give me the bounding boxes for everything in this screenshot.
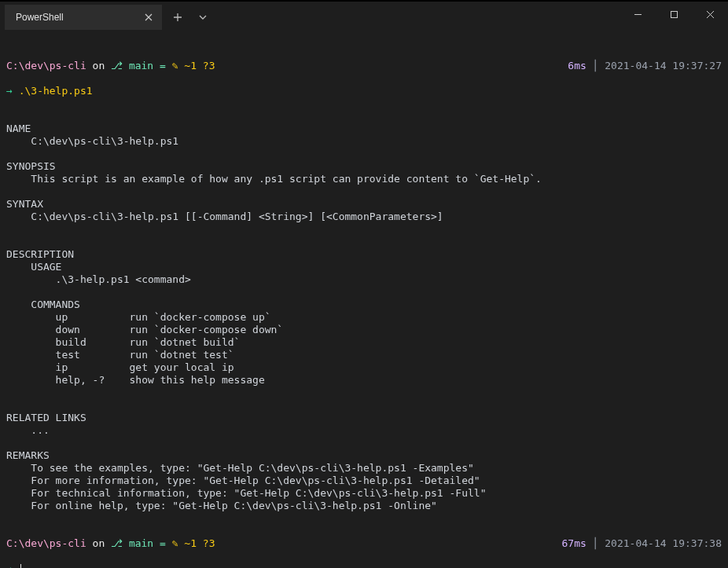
prompt-path: C:\dev\ps-cli — [6, 60, 86, 71]
pencil-icon: ✎ — [172, 60, 185, 71]
prompt-branch: main — [129, 537, 153, 549]
command-line-2: → — [6, 563, 722, 568]
terminal-output[interactable]: C:\dev\ps-cli on ⎇ main = ✎ ~1 ?36ms │ 2… — [0, 30, 728, 568]
prompt-on: on — [86, 537, 111, 549]
prompt-eq: = — [153, 60, 166, 71]
prompt-branch: main — [129, 60, 153, 71]
help-output: NAME C:\dev\ps-cli\3-help.ps1 SYNOPSIS T… — [6, 123, 542, 511]
tab-label: PowerShell — [16, 12, 142, 23]
prompt-timestamp: 2021-04-14 19:37:38 — [605, 537, 722, 549]
cursor — [20, 564, 21, 569]
tab-dropdown-button[interactable] — [192, 6, 214, 28]
prompt-line-1: C:\dev\ps-cli on ⎇ main = ✎ ~1 ?36ms │ 2… — [6, 60, 722, 72]
prompt-arrow: → — [6, 85, 13, 97]
prompt-elapsed: 67ms — [561, 537, 586, 549]
new-tab-button[interactable] — [167, 6, 189, 28]
prompt-line-2: C:\dev\ps-cli on ⎇ main = ✎ ~1 ?367ms │ … — [6, 537, 722, 550]
prompt-dirty: ~1 ?3 — [184, 537, 215, 549]
prompt-timestamp: 2021-04-14 19:37:27 — [605, 60, 722, 71]
tab-actions — [167, 5, 214, 30]
prompt-eq: = — [153, 537, 166, 549]
prompt-elapsed: 6ms — [568, 60, 586, 71]
prompt-dirty: ~1 ?3 — [184, 60, 215, 71]
prompt-path: C:\dev\ps-cli — [6, 537, 86, 549]
minimize-button[interactable] — [620, 2, 656, 27]
git-branch-icon: ⎇ — [111, 537, 129, 549]
title-bar: PowerShell — [0, 0, 728, 30]
svg-rect-0 — [671, 11, 677, 17]
pencil-icon: ✎ — [172, 537, 185, 549]
prompt-pipe: │ — [586, 60, 605, 71]
command-line-1: → .\3-help.ps1 — [6, 85, 722, 97]
prompt-on: on — [86, 60, 111, 71]
close-window-button[interactable] — [692, 2, 728, 27]
prompt-arrow: → — [6, 563, 13, 568]
window-controls — [620, 2, 728, 27]
git-branch-icon: ⎇ — [111, 60, 129, 71]
prompt-pipe: │ — [586, 537, 605, 549]
tab-powershell[interactable]: PowerShell — [5, 5, 162, 30]
maximize-button[interactable] — [656, 2, 692, 27]
prompt-command: .\3-help.ps1 — [19, 85, 93, 97]
close-tab-icon[interactable] — [142, 10, 156, 24]
